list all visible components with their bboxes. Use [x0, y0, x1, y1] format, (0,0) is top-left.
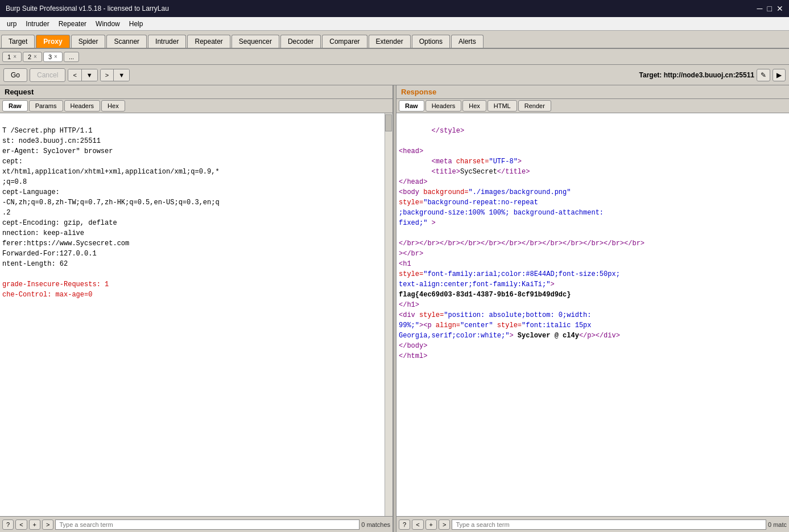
- request-scroll-thumb: [385, 114, 392, 131]
- resp-help-button[interactable]: ?: [399, 519, 410, 530]
- menu-item-repeater[interactable]: Repeater: [54, 19, 91, 29]
- response-tab-raw[interactable]: Raw: [399, 100, 424, 112]
- response-panel-tabs: Raw Headers Hex HTML Render: [396, 99, 789, 113]
- close-button[interactable]: ✕: [776, 4, 783, 13]
- sub-tab-2-label: 2: [28, 53, 31, 60]
- response-bottom-bar: ? < + > 0 matc: [396, 516, 789, 532]
- request-header: Request: [0, 85, 393, 99]
- request-content: T /Secret.php HTTP/1.1 st: node3.buuoj.c…: [0, 113, 385, 516]
- titlebar: Burp Suite Professional v1.5.18 - licens…: [0, 0, 789, 17]
- response-tab-headers[interactable]: Headers: [426, 100, 462, 112]
- window-controls: ─ □ ✕: [757, 4, 783, 13]
- maximize-button[interactable]: □: [767, 4, 772, 13]
- tab-comparer[interactable]: Comparer: [322, 35, 367, 48]
- nav-fwd-button[interactable]: >: [101, 69, 114, 81]
- response-search-input[interactable]: [452, 519, 766, 530]
- request-panel: Request Raw Params Headers Hex T /Secret…: [0, 85, 393, 532]
- req-prev-button[interactable]: <: [15, 519, 27, 530]
- tab-target[interactable]: Target: [1, 35, 35, 48]
- cancel-button[interactable]: Cancel: [30, 68, 65, 82]
- sub-tab-more-label: ...: [69, 53, 74, 60]
- toolbar: Go Cancel < ▼ > ▼ Target: http://node3.b…: [0, 65, 789, 85]
- menubar: urp Intruder Repeater Window Help: [0, 17, 789, 31]
- tab-options[interactable]: Options: [412, 35, 450, 48]
- menu-item-help[interactable]: Help: [125, 19, 148, 29]
- tab-intruder[interactable]: Intruder: [148, 35, 186, 48]
- response-tab-hex[interactable]: Hex: [462, 100, 486, 112]
- request-tab-hex[interactable]: Hex: [101, 100, 125, 112]
- tab-spider[interactable]: Spider: [71, 35, 106, 48]
- tab-proxy[interactable]: Proxy: [36, 35, 69, 48]
- request-bottom-bar: ? < + > 0 matches: [0, 516, 393, 532]
- sub-tab-2[interactable]: 2 ×: [23, 52, 42, 62]
- nav-back-drop-button[interactable]: ▼: [82, 69, 97, 81]
- minimize-button[interactable]: ─: [757, 4, 763, 13]
- sub-tab-more[interactable]: ...: [64, 52, 79, 62]
- sub-tab-1[interactable]: 1 ×: [2, 52, 22, 62]
- sub-tab-2-close[interactable]: ×: [34, 53, 37, 60]
- sub-tab-1-label: 1: [7, 53, 11, 60]
- resp-prev-button[interactable]: <: [412, 519, 423, 530]
- request-search-input[interactable]: [55, 519, 360, 530]
- tab-scanner[interactable]: Scanner: [106, 35, 147, 48]
- nav-back-button[interactable]: <: [68, 69, 81, 81]
- sub-tab-3-close[interactable]: ×: [54, 53, 57, 60]
- response-tab-html[interactable]: HTML: [488, 100, 517, 112]
- tab-repeater[interactable]: Repeater: [187, 35, 230, 48]
- sub-tab-1-close[interactable]: ×: [13, 53, 16, 60]
- edit-target-button[interactable]: ✎: [757, 69, 770, 81]
- menu-item-intruder[interactable]: Intruder: [21, 19, 53, 29]
- resp-add-button[interactable]: +: [426, 519, 437, 530]
- tab-alerts[interactable]: Alerts: [451, 35, 484, 48]
- tab-extender[interactable]: Extender: [369, 35, 411, 48]
- response-match-count: 0 matc: [768, 521, 787, 528]
- tab-decoder[interactable]: Decoder: [280, 35, 321, 48]
- main-tab-bar: Target Proxy Spider Scanner Intruder Rep…: [0, 31, 789, 49]
- app-title: Burp Suite Professional v1.5.18 - licens…: [6, 5, 169, 13]
- nav-back-group: < ▼: [68, 69, 97, 81]
- request-tab-headers[interactable]: Headers: [64, 100, 101, 112]
- response-panel: Response Raw Headers Hex HTML Render </s…: [396, 85, 789, 532]
- request-panel-tabs: Raw Params Headers Hex: [0, 99, 393, 113]
- sub-tab-3-label: 3: [48, 53, 52, 60]
- target-label: Target: http://node3.buuoj.cn:25511: [639, 71, 754, 79]
- go-button[interactable]: Go: [3, 68, 27, 82]
- nav-fwd-group: > ▼: [100, 69, 130, 81]
- target-extra-button[interactable]: ▶: [773, 69, 786, 81]
- sub-tab-3[interactable]: 3 ×: [43, 52, 63, 62]
- nav-fwd-drop-button[interactable]: ▼: [114, 69, 129, 81]
- panels-row: Request Raw Params Headers Hex T /Secret…: [0, 85, 789, 532]
- req-help-button[interactable]: ?: [2, 519, 14, 530]
- tab-sequencer[interactable]: Sequencer: [232, 35, 279, 48]
- sub-tab-bar: 1 × 2 × 3 × ...: [0, 49, 789, 65]
- response-header: Response: [396, 85, 789, 99]
- request-tab-raw[interactable]: Raw: [2, 100, 28, 112]
- menu-item-burp[interactable]: urp: [2, 19, 21, 29]
- response-content: </style> <head> <meta charset="UTF-8"> <…: [396, 113, 789, 516]
- request-match-count: 0 matches: [361, 521, 390, 528]
- req-next-button[interactable]: >: [42, 519, 53, 530]
- request-tab-params[interactable]: Params: [29, 100, 63, 112]
- resp-next-button[interactable]: >: [439, 519, 450, 530]
- response-tab-render[interactable]: Render: [518, 100, 551, 112]
- request-scrollbar[interactable]: [385, 113, 393, 516]
- req-add-button[interactable]: +: [29, 519, 40, 530]
- menu-item-window[interactable]: Window: [91, 19, 125, 29]
